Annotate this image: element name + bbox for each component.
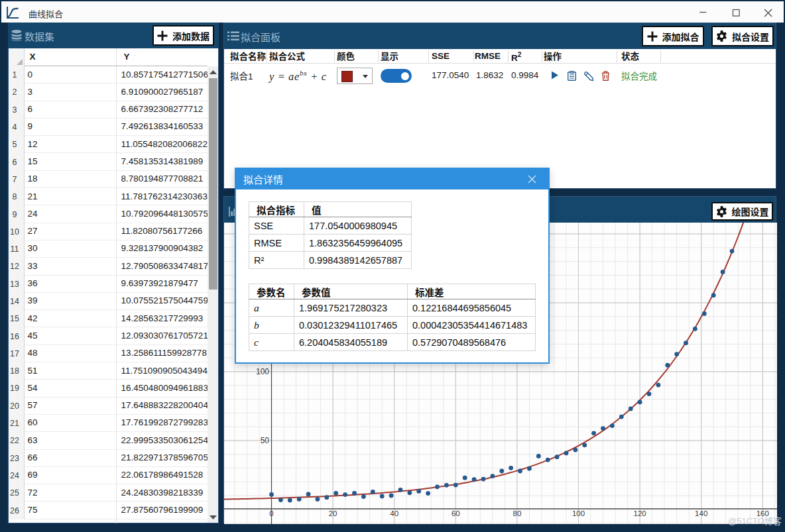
svg-text:0: 0 — [269, 509, 273, 517]
svg-text:40: 40 — [390, 509, 398, 517]
svg-text:50: 50 — [261, 436, 270, 445]
svg-text:100: 100 — [256, 367, 269, 376]
svg-text:100: 100 — [572, 509, 585, 517]
svg-text:60: 60 — [452, 509, 460, 517]
svg-text:140: 140 — [695, 509, 707, 517]
svg-text:20: 20 — [329, 509, 337, 517]
svg-text:120: 120 — [634, 509, 646, 517]
svg-text:80: 80 — [513, 509, 522, 517]
